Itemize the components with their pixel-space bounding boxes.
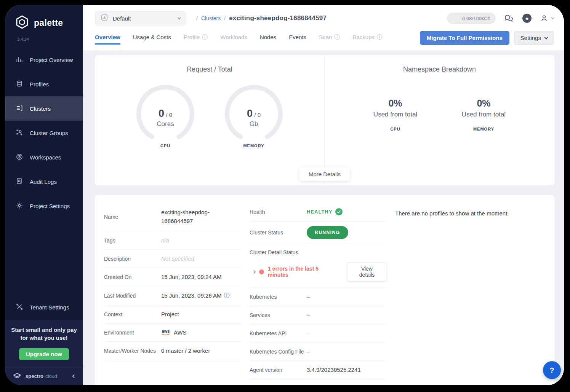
- tags-row: Tags n/a: [104, 231, 241, 250]
- expand-errors-icon[interactable]: [252, 270, 256, 274]
- project-selector-value: Default: [113, 15, 173, 22]
- chevron-down-icon: [178, 16, 181, 20]
- sidebar-item-label: Workspaces: [30, 154, 61, 161]
- whats-new-button[interactable]: ★: [522, 14, 532, 23]
- services-value: –: [307, 312, 310, 318]
- user-icon: [540, 14, 548, 22]
- sidebar-item-label: Audit Logs: [30, 178, 57, 185]
- feedback-chat-button[interactable]: [504, 14, 514, 23]
- memory-used-percent: 0%: [446, 98, 522, 109]
- sidebar-item-workspaces[interactable]: Workspaces: [5, 145, 83, 169]
- sidebar-item-label: Cluster Groups: [30, 130, 68, 136]
- breadcrumb: / Clusters / exciting-sheepdog-168684459…: [196, 14, 327, 22]
- agent-version-value: 3.4.9/20230525.2241: [307, 367, 361, 373]
- request-total-title: Request / Total: [95, 65, 324, 73]
- breadcrumb-clusters-link[interactable]: Clusters: [201, 15, 221, 21]
- workspaces-icon: [16, 153, 23, 162]
- nodes-value: 0 master / 2 worker: [161, 347, 210, 354]
- info-icon: ⓘ: [377, 33, 383, 41]
- info-icon: ⓘ: [334, 33, 340, 41]
- tab-profile[interactable]: Profileⓘ: [184, 33, 208, 48]
- page-header: Default / Clusters / exciting-sheepdog-1…: [83, 5, 564, 50]
- sidebar-item-tenant-settings[interactable]: Tenant Settings: [5, 295, 83, 320]
- kubernetes-api-value: –: [307, 330, 310, 336]
- services-row: Services –: [250, 306, 387, 324]
- check-circle-icon: [335, 208, 343, 215]
- sidebar-item-clusters[interactable]: Clusters: [5, 96, 83, 121]
- nodes-row: Master/Worker Nodes 0 master / 2 worker: [104, 342, 241, 360]
- info-icon[interactable]: ⓘ: [224, 292, 229, 299]
- migrate-permissions-button[interactable]: Migrate To Full Permissions: [420, 31, 509, 45]
- kubernetes-row: Kubernetes –: [250, 288, 387, 306]
- cluster-info-column: Name exciting-sheepdog-1686844597 Tags n…: [104, 202, 241, 379]
- sidebar-item-label: Project Overview: [30, 57, 73, 63]
- promo-text: Start small and only pay for what you us…: [10, 326, 78, 343]
- settings-button[interactable]: Settings: [514, 31, 554, 45]
- info-icon: ⓘ: [202, 33, 208, 41]
- project-selector[interactable]: Default: [95, 11, 186, 25]
- tab-scan[interactable]: Scanⓘ: [319, 33, 340, 48]
- tab-workloads[interactable]: Workloads: [220, 34, 247, 48]
- sidebar-item-profiles[interactable]: Profiles: [5, 72, 83, 96]
- cluster-status-column: Health HEALTHY Cluster Status RUNNING Cl…: [250, 202, 387, 379]
- health-row: Health HEALTHY: [250, 202, 387, 221]
- namespace-breakdown-panel: Namespace Breakdown 0% Used from total C…: [325, 55, 554, 185]
- context-value: Project: [161, 311, 179, 317]
- sidebar-item-audit-logs[interactable]: Audit Logs: [5, 169, 83, 194]
- cluster-details-card: Name exciting-sheepdog-1686844597 Tags n…: [95, 195, 554, 385]
- tab-overview[interactable]: Overview: [95, 34, 120, 48]
- error-summary: 1 errors in the last 5 minutes: [268, 266, 340, 278]
- audit-log-icon: [16, 177, 23, 186]
- kubeconfig-value: –: [307, 348, 310, 355]
- tags-value: n/a: [161, 237, 169, 244]
- cpu-unit: Cores: [135, 120, 196, 128]
- bar-chart-icon: [16, 56, 23, 64]
- tab-backups[interactable]: Backupsⓘ: [352, 33, 383, 48]
- environment-value: AWS: [174, 329, 187, 336]
- sidebar-item-label: Tenant Settings: [30, 304, 69, 311]
- memory-gauge: 0 / 0 Gb MEMORY: [223, 84, 284, 148]
- user-menu-button[interactable]: [540, 14, 554, 22]
- clusters-list-icon: [16, 104, 23, 113]
- upgrade-promo: Start small and only pay for what you us…: [5, 320, 83, 367]
- sidebar-item-cluster-groups[interactable]: Cluster Groups: [5, 121, 83, 145]
- sidebar-item-project-overview[interactable]: Project Overview: [5, 48, 83, 72]
- profiles-empty-message: There are no profiles to show at the mom…: [395, 202, 545, 217]
- more-details-button[interactable]: More Details: [299, 167, 350, 181]
- database-icon: [16, 80, 23, 89]
- palette-logo-icon: [15, 15, 29, 31]
- profiles-column: There are no profiles to show at the mom…: [395, 202, 545, 379]
- namespace-breakdown-title: Namespace Breakdown: [325, 65, 554, 73]
- health-value: HEALTHY: [307, 208, 343, 215]
- sidebar-item-label: Clusters: [30, 105, 51, 112]
- request-total-panel: Request / Total 0 / 0 Cores CPU: [95, 55, 325, 185]
- cpu-caption: CPU: [135, 143, 196, 148]
- cpu-request-value: 0: [159, 108, 164, 119]
- created-on-value: 15 Jun, 2023, 09:24 AM: [161, 274, 221, 280]
- description-value: Not specified.: [161, 255, 196, 262]
- help-button[interactable]: ?: [543, 361, 561, 379]
- tab-usage-costs[interactable]: Usage & Costs: [133, 34, 171, 48]
- cpu-total-value: / 0: [166, 112, 172, 118]
- chevron-down-icon: [551, 16, 555, 20]
- collapse-sidebar-icon[interactable]: [72, 374, 76, 378]
- memory-request-value: 0: [247, 108, 253, 119]
- project-scope-icon: [101, 14, 108, 23]
- tab-nodes[interactable]: Nodes: [260, 34, 276, 48]
- aws-logo-icon: aws: [161, 329, 170, 336]
- cpu-gauge: 0 / 0 Cores CPU: [135, 84, 196, 148]
- chevron-down-icon: [544, 35, 548, 39]
- tab-events[interactable]: Events: [289, 34, 306, 48]
- star-icon: ★: [522, 14, 532, 23]
- upgrade-now-button[interactable]: Upgrade now: [19, 348, 69, 360]
- sidebar-item-project-settings[interactable]: Project Settings: [5, 194, 83, 218]
- footer-brand: spectro: [26, 373, 43, 379]
- last-modified-row: Last Modified 15 Jun, 2023, 09:26 AM ⓘ: [104, 286, 241, 305]
- main-area: Default / Clusters / exciting-sheepdog-1…: [83, 5, 564, 385]
- cluster-tabs: Overview Usage & Costs Profileⓘ Workload…: [95, 33, 383, 48]
- view-details-button[interactable]: View details: [347, 262, 387, 281]
- error-dot-icon: [259, 269, 264, 274]
- usage-overview-card: Request / Total 0 / 0 Cores CPU: [95, 55, 554, 185]
- environment-row: Environment aws AWS: [104, 323, 241, 342]
- breadcrumb-separator: /: [224, 15, 226, 21]
